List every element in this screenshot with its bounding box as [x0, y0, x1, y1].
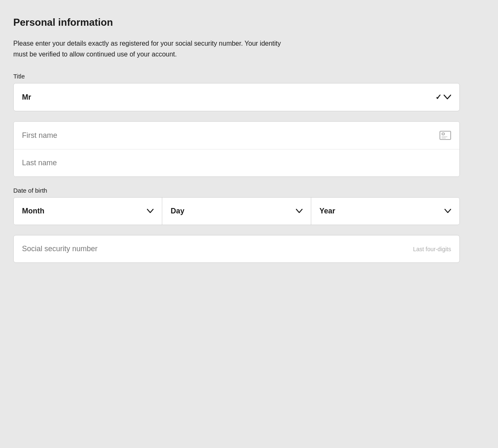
- first-name-input[interactable]: [22, 131, 439, 140]
- dob-field-group: Date of birth Month Day: [13, 187, 460, 225]
- day-dropdown[interactable]: Day: [162, 198, 311, 225]
- id-card-icon: [439, 131, 451, 140]
- year-value: Year: [320, 207, 335, 215]
- last-name-row: [14, 149, 459, 176]
- month-dropdown[interactable]: Month: [14, 198, 162, 225]
- year-chevron-icon: [444, 208, 451, 214]
- ssn-card: Last four-digits: [13, 235, 460, 263]
- title-field-group: Title Mr ✓: [13, 73, 460, 111]
- page-title: Personal information: [13, 17, 460, 28]
- name-input-card: [13, 121, 460, 177]
- description-text: Please enter your details exactly as reg…: [13, 38, 295, 59]
- day-chevron-icon: [296, 208, 303, 214]
- title-dropdown-card: Mr ✓: [13, 83, 460, 111]
- title-selected-value: Mr: [22, 93, 31, 102]
- dob-row: Month Day Year: [14, 198, 459, 225]
- page-container: Personal information Please enter your d…: [0, 0, 473, 289]
- first-name-row: [14, 122, 459, 149]
- ssn-hint: Last four-digits: [413, 246, 451, 252]
- last-name-input[interactable]: [22, 159, 451, 167]
- dob-input-card: Month Day Year: [13, 197, 460, 225]
- id-card-graphic: [439, 131, 451, 140]
- ssn-field-group: Last four-digits: [13, 235, 460, 263]
- name-field-group: [13, 121, 460, 177]
- day-value: Day: [171, 207, 184, 215]
- title-label: Title: [13, 73, 460, 80]
- year-dropdown[interactable]: Year: [311, 198, 459, 225]
- title-dropdown[interactable]: Mr ✓: [14, 83, 459, 111]
- month-value: Month: [22, 207, 44, 215]
- ssn-input[interactable]: [22, 245, 413, 253]
- dob-label: Date of birth: [13, 187, 460, 194]
- month-chevron-icon: [147, 208, 154, 214]
- title-chevron-icon: ✓: [435, 93, 451, 102]
